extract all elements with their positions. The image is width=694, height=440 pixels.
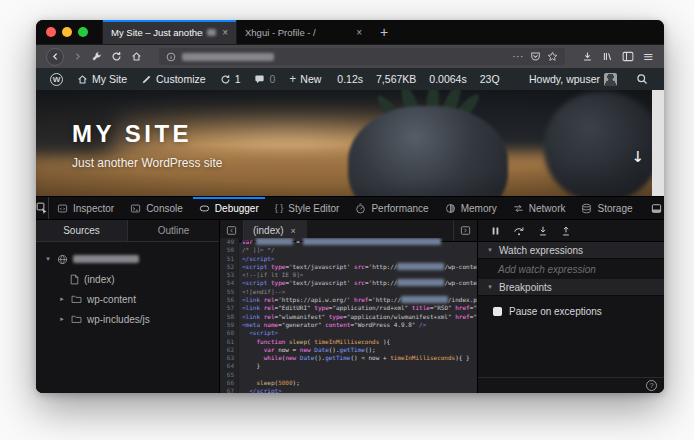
tab-style-editor[interactable]: { } Style Editor — [267, 197, 348, 219]
twisty-open-icon[interactable]: ▾ — [44, 255, 52, 263]
minimize-window-button[interactable] — [62, 27, 72, 37]
tab-label: Debugger — [215, 203, 259, 214]
tree-item-index[interactable]: (index) — [36, 269, 219, 289]
line-number[interactable]: 50 — [220, 246, 239, 254]
code-area[interactable]: 49var xxxxxxxxxx = xxxxxxxxxxxxxxxxxxxxx… — [220, 238, 477, 393]
url-bar[interactable]: ··· — [159, 48, 565, 65]
tab-storage[interactable]: Storage — [573, 197, 640, 219]
step-over-button[interactable] — [513, 226, 525, 236]
code-line: var now = new Date().getTime(); — [239, 346, 376, 354]
forward-button[interactable] — [73, 52, 82, 61]
wp-logo-menu[interactable]: W — [44, 68, 69, 90]
debugger-icon — [199, 203, 210, 214]
pause-on-exceptions-row[interactable]: Pause on exceptions — [478, 296, 664, 317]
scroll-down-arrow[interactable]: ↓ — [631, 148, 644, 166]
line-number[interactable]: 52 — [220, 263, 239, 271]
line-number[interactable]: 64 — [220, 362, 239, 370]
line-number[interactable]: 66 — [220, 379, 239, 387]
page-tools-button[interactable] — [91, 51, 102, 62]
add-watch-expression-input[interactable]: Add watch expression — [478, 259, 664, 279]
adminbar-site-menu[interactable]: My Site — [71, 68, 133, 90]
redacted-domain — [73, 255, 139, 263]
close-window-button[interactable] — [46, 27, 56, 37]
pause-on-exceptions-label: Pause on exceptions — [509, 306, 602, 317]
home-button[interactable] — [131, 51, 142, 62]
devtools-toolbar: Inspector Console Debugger { } Style Edi… — [36, 196, 664, 220]
stat-page-time: 0.12s — [337, 73, 363, 85]
updates-icon — [220, 74, 231, 85]
line-number[interactable]: 60 — [220, 329, 239, 337]
line-number[interactable]: 58 — [220, 313, 239, 321]
tree-root-domain[interactable]: ▾ — [36, 249, 219, 269]
line-number[interactable]: 57 — [220, 304, 239, 312]
code-line: <link rel="EditURI" type="application/rs… — [239, 304, 477, 312]
pocket-icon[interactable] — [530, 51, 541, 62]
pause-button[interactable] — [491, 226, 500, 236]
tab-debugger[interactable]: Debugger — [191, 197, 267, 219]
line-number[interactable]: 56 — [220, 296, 239, 304]
globe-icon — [57, 254, 68, 265]
pause-on-exceptions-checkbox[interactable] — [493, 307, 502, 316]
tab-network[interactable]: Network — [505, 197, 574, 219]
tab-performance[interactable]: Performance — [347, 197, 436, 219]
page-scrollbar[interactable] — [652, 90, 664, 196]
sidebar-toggle-button[interactable] — [622, 51, 634, 62]
browser-tab-xhgui[interactable]: Xhgui - Profile - / × — [236, 20, 370, 44]
twisty-closed-icon[interactable]: ▸ — [58, 315, 66, 323]
breakpoints-header[interactable]: ▾ Breakpoints — [478, 279, 664, 296]
tab-memory[interactable]: Memory — [437, 197, 505, 219]
adminbar-account-menu[interactable]: Howdy, wpuser — [523, 73, 623, 86]
bookmark-star-icon[interactable] — [547, 51, 558, 62]
dock-side-icon[interactable] — [651, 203, 662, 214]
close-source-icon[interactable]: × — [289, 226, 298, 236]
tab-inspector[interactable]: Inspector — [49, 197, 122, 219]
line-number[interactable]: 51 — [220, 255, 239, 263]
source-tab-label: (index) — [253, 225, 284, 236]
adminbar-updates[interactable]: 1 — [214, 68, 247, 90]
close-tab-icon[interactable]: × — [354, 27, 364, 38]
step-in-button[interactable] — [538, 226, 548, 236]
twisty-closed-icon[interactable]: ▸ — [58, 295, 66, 303]
site-title[interactable]: MY SITE — [72, 120, 223, 148]
line-number[interactable]: 54 — [220, 279, 239, 287]
tree-item-wp-includes[interactable]: ▸ wp-includes/js — [36, 309, 219, 329]
line-number[interactable]: 55 — [220, 288, 239, 296]
browser-tab-mysite[interactable]: My Site – Just another WordPress S × — [102, 20, 236, 44]
line-number[interactable]: 63 — [220, 354, 239, 362]
pick-element-button[interactable] — [36, 197, 49, 219]
folder-icon — [71, 294, 82, 304]
adminbar-comments[interactable]: 0 — [248, 68, 281, 90]
line-number[interactable]: 49 — [220, 238, 239, 246]
zoom-window-button[interactable] — [78, 27, 88, 37]
back-button[interactable] — [46, 48, 64, 66]
step-out-button[interactable] — [561, 226, 571, 236]
tab-console[interactable]: Console — [122, 197, 191, 219]
menu-button[interactable]: ≡ — [643, 49, 654, 64]
new-tab-button[interactable]: + — [370, 20, 398, 44]
library-button[interactable] — [602, 51, 613, 62]
reload-button[interactable] — [111, 51, 122, 62]
site-info-icon — [166, 52, 176, 62]
adminbar-new[interactable]: + New — [283, 68, 327, 90]
site-name-label: My Site — [92, 73, 127, 85]
line-number[interactable]: 67 — [220, 387, 239, 393]
page-actions-icon[interactable]: ··· — [513, 52, 525, 62]
window-controls — [36, 20, 102, 44]
line-number[interactable]: 62 — [220, 346, 239, 354]
tab-label: Storage — [597, 203, 632, 214]
adminbar-customize[interactable]: Customize — [135, 68, 212, 90]
sources-panel-tabs: Sources Outline — [36, 220, 219, 242]
watch-expressions-header[interactable]: ▾ Watch expressions — [478, 242, 664, 259]
close-tab-icon[interactable]: × — [220, 27, 230, 38]
tree-item-wp-content[interactable]: ▸ wp-content — [36, 289, 219, 309]
line-number[interactable]: 53 — [220, 271, 239, 279]
tab-sources[interactable]: Sources — [36, 220, 128, 241]
line-number[interactable]: 61 — [220, 338, 239, 346]
downloads-button[interactable] — [582, 51, 593, 62]
download-icon — [582, 51, 593, 62]
line-number[interactable]: 59 — [220, 321, 239, 329]
help-icon[interactable]: ? — [646, 380, 657, 391]
tab-outline[interactable]: Outline — [128, 220, 219, 241]
adminbar-search[interactable] — [630, 73, 654, 85]
line-number[interactable]: 65 — [220, 371, 239, 379]
